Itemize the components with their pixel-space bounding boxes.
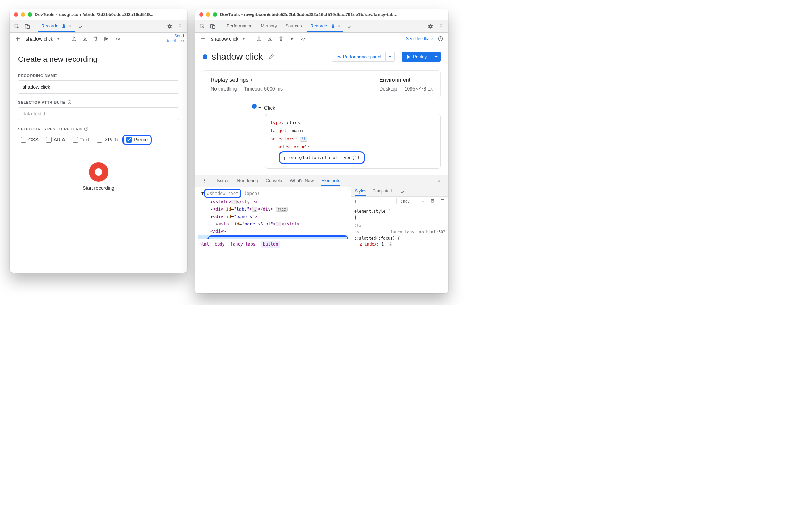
more-tabs-icon[interactable] <box>345 22 354 31</box>
svg-point-15 <box>436 105 436 106</box>
tab-recorder[interactable]: Recorder × <box>38 21 75 32</box>
drawer-tab-elements[interactable]: Elements <box>321 176 340 186</box>
add-recording-icon[interactable] <box>198 34 207 43</box>
send-feedback-link[interactable]: Send feedback <box>406 36 434 41</box>
selector-type-text[interactable]: Text <box>70 136 92 144</box>
drawer-tab-whatsnew[interactable]: What's New <box>290 176 314 186</box>
drawer-tab-console[interactable]: Console <box>266 176 282 186</box>
help-icon[interactable] <box>67 100 72 104</box>
close-tab-icon[interactable]: × <box>337 23 340 29</box>
filter-input[interactable]: F <box>354 198 397 204</box>
env-device-value: Desktop <box>379 86 397 92</box>
performance-panel-button[interactable]: Performance panel <box>332 52 386 62</box>
environment-header: Environment <box>379 77 433 83</box>
recording-select-value: shadow click <box>26 36 53 42</box>
drawer-tab-issues[interactable]: Issues <box>217 176 230 186</box>
help-icon[interactable] <box>84 127 88 131</box>
window-title: DevTools - rawgit.com/ebidel/2d2bb0cdec3… <box>220 12 444 17</box>
tab-recorder[interactable]: Recorder × <box>307 21 343 32</box>
styles-rules[interactable]: element.style { } #tabs fancy-tabs-…mo.h… <box>351 206 448 249</box>
selector-type-aria[interactable]: ARIA <box>43 136 68 144</box>
replay-dropdown[interactable] <box>432 52 441 62</box>
dom-tree[interactable]: ▼#shadow-root (open) ▸<style>…</style> ▸… <box>195 187 351 249</box>
drawer-kebab-icon[interactable] <box>200 176 209 185</box>
minimize-window-dot[interactable] <box>21 12 25 17</box>
svg-point-21 <box>204 182 205 183</box>
recording-select[interactable]: shadow click <box>24 36 61 42</box>
svg-point-16 <box>436 107 436 108</box>
play-icon <box>407 55 411 59</box>
devtools-window-left: DevTools - rawgit.com/ebidel/2d2bb0cdec3… <box>10 9 187 273</box>
styles-more-icon[interactable] <box>398 187 407 196</box>
start-recording-label: Start recording <box>18 185 179 191</box>
add-recording-icon[interactable] <box>13 34 22 43</box>
cls-toggle[interactable] <box>414 201 417 202</box>
step-header[interactable]: Click <box>210 103 441 112</box>
tab-performance[interactable]: Performance <box>223 21 256 31</box>
import-icon[interactable] <box>80 34 89 43</box>
performance-panel-dropdown[interactable] <box>386 52 395 62</box>
close-drawer-icon[interactable]: × <box>434 176 443 185</box>
styles-tab-computed[interactable]: Computed <box>373 187 392 196</box>
kebab-menu-icon[interactable] <box>436 22 445 31</box>
speed-icon[interactable] <box>113 34 122 43</box>
device-toggle-icon[interactable] <box>208 22 217 31</box>
new-rule-icon[interactable]: ＋ <box>419 198 426 205</box>
kebab-menu-icon[interactable] <box>176 22 185 31</box>
start-recording-button[interactable] <box>89 162 108 182</box>
more-tabs-icon[interactable] <box>76 22 85 31</box>
recording-select[interactable]: shadow click <box>210 36 247 42</box>
export-icon[interactable] <box>254 34 263 43</box>
replay-button[interactable]: Replay <box>402 52 432 62</box>
close-tab-icon[interactable]: × <box>68 23 71 29</box>
speed-icon[interactable] <box>299 34 308 43</box>
close-window-dot[interactable] <box>199 12 203 17</box>
source-link[interactable]: fancy-tabs-…mo.html:302 <box>390 229 445 235</box>
edit-title-icon[interactable] <box>267 52 276 61</box>
step-icon[interactable] <box>102 34 111 43</box>
drawer-tab-rendering[interactable]: Rendering <box>237 176 258 186</box>
maximize-window-dot[interactable] <box>28 12 32 17</box>
pick-element-icon[interactable] <box>300 137 307 142</box>
styles-tabbar: Styles Computed <box>351 187 448 197</box>
tab-memory[interactable]: Memory <box>257 21 280 31</box>
minimize-window-dot[interactable] <box>206 12 210 17</box>
device-toggle-icon[interactable] <box>23 22 32 31</box>
step-kebab-icon[interactable] <box>432 103 441 112</box>
send-feedback-link[interactable]: Send feedback <box>165 34 184 43</box>
settings-icon[interactable] <box>165 22 174 31</box>
close-window-dot[interactable] <box>14 12 18 17</box>
timeout-value: Timeout: 5000 ms <box>244 86 283 92</box>
selector-attribute-input[interactable] <box>18 107 179 120</box>
delete-icon[interactable] <box>277 34 286 43</box>
info-icon[interactable] <box>389 242 392 246</box>
hov-toggle[interactable]: :hov <box>399 198 411 204</box>
svg-rect-10 <box>213 25 215 28</box>
maximize-window-dot[interactable] <box>213 12 217 17</box>
inspect-icon[interactable] <box>12 22 22 31</box>
styles-tab-styles[interactable]: Styles <box>355 187 366 196</box>
dom-breadcrumb[interactable]: html body fancy-tabs button <box>195 239 351 249</box>
flow-header: shadow click Performance panel Replay <box>203 51 441 62</box>
selector-type-css[interactable]: CSS <box>18 136 41 144</box>
tab-label: Recorder <box>310 23 329 28</box>
inspect-icon[interactable] <box>198 22 207 31</box>
recording-name-input[interactable] <box>18 80 179 94</box>
replay-settings-header[interactable]: Replay settings <box>211 77 365 83</box>
selector-types-label: SELECTOR TYPES TO RECORD <box>18 127 179 131</box>
selector-type-pierce[interactable]: Pierce <box>122 135 152 145</box>
settings-icon[interactable] <box>426 22 435 31</box>
export-icon[interactable] <box>69 34 78 43</box>
svg-rect-24 <box>432 200 433 202</box>
delete-icon[interactable] <box>91 34 100 43</box>
selector-types-row: CSS ARIA Text XPath Pierce <box>18 135 179 145</box>
create-recording-panel: Create a new recording RECORDING NAME SE… <box>10 45 187 200</box>
flow-title: shadow click <box>212 51 263 62</box>
selector-type-xpath[interactable]: XPath <box>94 136 120 144</box>
sidebar-toggle-icon[interactable] <box>439 198 446 204</box>
import-icon[interactable] <box>265 34 274 43</box>
step-icon[interactable] <box>288 34 297 43</box>
tab-sources[interactable]: Sources <box>282 21 305 31</box>
help-icon[interactable] <box>436 34 445 43</box>
computed-toggle-icon[interactable] <box>429 198 436 204</box>
